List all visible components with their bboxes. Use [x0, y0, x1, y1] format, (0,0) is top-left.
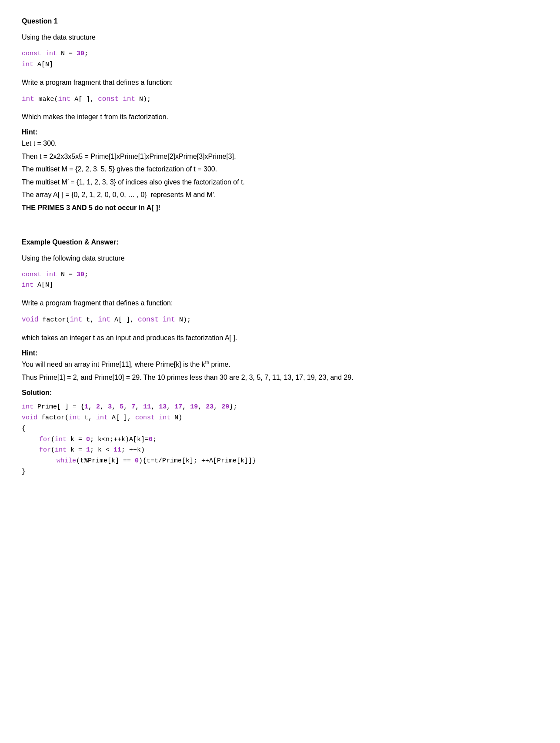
solution-code-block: int Prime[ ] = {1, 2, 3, 5, 7, 11, 13, 1… [22, 402, 538, 477]
func-args-make2 [119, 96, 123, 103]
question1-code-struct: const int N = 30; int A[N] [22, 49, 538, 70]
question1-title: Question 1 [22, 17, 538, 25]
kw-int-sol3: int [96, 414, 108, 422]
hint-title-2: Hint: [22, 349, 538, 357]
hint-prime-values: Thus Prime[1] = 2, and Prime[10] = 29. T… [22, 372, 538, 383]
n3: 3 [108, 403, 112, 411]
example-section: Example Question & Answer: Using the fol… [22, 238, 538, 478]
kw-int-sol2: int [69, 414, 80, 422]
num-30: 30 [77, 50, 84, 57]
n29: 29 [221, 403, 229, 411]
kw-int-for2: int [55, 446, 67, 454]
example-code-struct: const int N = 30; int A[N] [22, 270, 538, 291]
sol-prime-decl: Prime[ ] = { [37, 403, 84, 411]
num-1-for2: 1 [86, 446, 90, 454]
kw-int3: int [22, 95, 34, 103]
kw-void-sol: void [22, 414, 37, 422]
question1-intro: Using the data structure [22, 32, 538, 43]
kw-int-factor3: int [163, 316, 175, 324]
kw-int-ex: int [45, 271, 57, 278]
kw-const-factor: const [138, 316, 159, 324]
kw-while: while [57, 457, 76, 465]
kw-int-factor2: int [98, 316, 110, 324]
func-factor-t: t, [82, 316, 98, 324]
num-30-ex: 30 [77, 271, 84, 278]
kw-int-sol1: int [22, 403, 33, 411]
n5: 5 [120, 403, 123, 411]
num-0-for1: 0 [86, 436, 90, 443]
kw-int: int [45, 50, 57, 57]
kw-int2: int [22, 61, 33, 68]
kw-int5: int [123, 95, 135, 103]
n23: 23 [206, 403, 213, 411]
function-sig-1: int make(int A[ ], const int N); [22, 94, 538, 105]
kw-int-factor1: int [70, 316, 82, 324]
n19: 19 [190, 403, 198, 411]
function-sig-2: void factor(int t, int A[ ], const int N… [22, 315, 538, 326]
kw-int-sol4: int [159, 414, 170, 422]
code-line-1: const int N = 30; [22, 49, 538, 60]
kw-int-ex2: int [22, 281, 33, 289]
sup-th: th [205, 360, 209, 365]
hint-line-0: Let t = 300. [22, 138, 538, 149]
sol-line-2: void factor(int t, int A[ ], const int N… [22, 413, 538, 424]
write-fragment-2: Write a program fragment that defines a … [22, 298, 538, 308]
write-fragment-1: Write a program fragment that defines a … [22, 77, 538, 88]
kw-const-ex: const [22, 271, 41, 278]
kw-const2: const [98, 95, 119, 103]
hint-block-2: You will need an array int Prime[11], wh… [22, 359, 538, 383]
sol-for1: for(int k = 0; k<n;++k)A[k]=0; [22, 435, 538, 445]
question1-section: Question 1 Using the data structure cons… [22, 17, 538, 214]
func-factor-name: factor( [38, 316, 70, 324]
n17: 17 [174, 403, 182, 411]
kw-int4: int [58, 95, 70, 103]
n1: 1 [84, 403, 88, 411]
n13: 13 [159, 403, 167, 411]
hint-prime-line: You will need an array int Prime[11], wh… [22, 359, 538, 370]
num-0-while: 0 [135, 457, 139, 465]
func-factor-space [159, 316, 163, 324]
solution-title: Solution: [22, 389, 538, 397]
sol-for2: for(int k = 1; k < 11; ++k) [22, 445, 538, 456]
sol-brace-open: { [22, 424, 538, 435]
func-args-make: A[ ], [70, 96, 98, 103]
n7: 7 [131, 403, 135, 411]
hint-line-3: The multiset M′ = {1, 1, 2, 3, 3} of ind… [22, 177, 538, 188]
hint-line-2: The multiset M = {2, 2, 3, 5, 5} gives t… [22, 164, 538, 175]
n2: 2 [96, 403, 100, 411]
kw-int-for1: int [55, 436, 67, 443]
section-divider [22, 226, 538, 226]
func-name-make: make( [38, 96, 58, 103]
code-line-2: int A[N] [22, 60, 538, 70]
ex-code-line-1: const int N = 30; [22, 270, 538, 281]
hint-title-1: Hint: [22, 128, 538, 136]
func-args-make3: N); [135, 96, 151, 103]
hint-block-1: Let t = 300. Then t = 2x2x3x5x5 = Prime[… [22, 138, 538, 214]
hint-line-4: The array A[ ] = {0, 2, 1, 2, 0, 0, 0, …… [22, 189, 538, 201]
kw-for2: for [39, 446, 51, 454]
example-title: Example Question & Answer: [22, 238, 538, 246]
sol-factor-name: factor( [41, 414, 69, 422]
n11: 11 [143, 403, 151, 411]
ex-code-line-2: int A[N] [22, 280, 538, 291]
kw-const-sol: const [135, 414, 155, 422]
num-0-for1b: 0 [149, 436, 153, 443]
kw-const: const [22, 50, 41, 57]
num-11-for2: 11 [113, 446, 121, 454]
kw-void: void [22, 316, 38, 324]
func-factor-a: A[ ], [110, 316, 138, 324]
hint-line-5: THE PRIMES 3 AND 5 do not occur in A[ ]! [22, 202, 538, 214]
which-makes: Which makes the integer t from its facto… [22, 112, 538, 122]
sol-line-1: int Prime[ ] = {1, 2, 3, 5, 7, 11, 13, 1… [22, 402, 538, 413]
func-factor-n: N); [175, 316, 191, 324]
kw-for1: for [39, 436, 51, 443]
which-takes: which takes an integer t as an input and… [22, 333, 538, 343]
sol-while: while(t%Prime[k] == 0){t=t/Prime[k]; ++A… [22, 456, 538, 467]
hint-line-1: Then t = 2x2x3x5x5 = Prime[1]xPrime[1]xP… [22, 151, 538, 162]
sol-brace-close: } [22, 467, 538, 478]
example-intro: Using the following data structure [22, 253, 538, 264]
